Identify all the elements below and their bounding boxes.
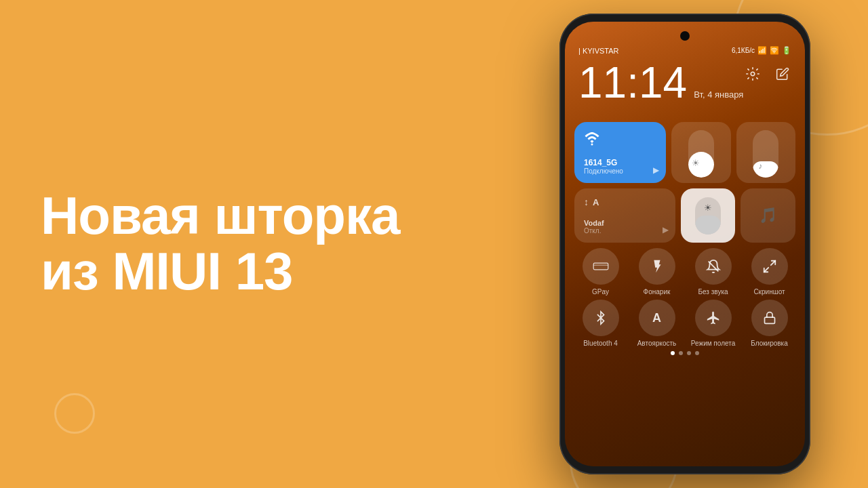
status-bar: | KYIVSTAR 6,1КБ/с 📶 🛜 🔋 (578, 46, 791, 55)
quick-tile-screenshot: Скриншот (743, 248, 795, 296)
dot-3 (687, 351, 691, 355)
auto-a-icon: A (652, 311, 661, 325)
time-display: 11:14 (578, 61, 687, 104)
volume-slider-container[interactable]: ♪ (736, 122, 795, 183)
speed-indicator: 6,1КБ/с (732, 47, 755, 54)
wifi-arrow: ▶ (653, 165, 659, 175)
dot-2 (679, 351, 683, 355)
left-section: Новая шторка из MIUI 13 (41, 0, 434, 488)
music-icon: 🎵 (759, 207, 777, 224)
quick-grid-row2: Bluetooth 4 A Автояркость (574, 300, 795, 347)
phone-screen: | KYIVSTAR 6,1КБ/с 📶 🛜 🔋 11:14 Вт, 4 янв… (565, 22, 805, 466)
row2: ↕ A Vodaf Откл. ▶ ☀ (574, 188, 795, 243)
quick-tile-silent: Без звука (687, 248, 739, 296)
main-title: Новая шторка из MIUI 13 (41, 188, 434, 300)
brightness-quick-slider[interactable]: ☀ (681, 188, 736, 243)
flashlight-btn[interactable] (639, 248, 675, 285)
quick-tile-auto-brightness: A Автояркость (631, 300, 683, 347)
quick-grid-row1: GPay Фонарик (574, 248, 795, 296)
svg-point-0 (751, 72, 755, 76)
screenshot-label: Скриншот (753, 288, 785, 296)
mobile-signal-icon: ↕ (584, 197, 589, 207)
brightness-track: ☀ (688, 130, 714, 178)
airplane-btn[interactable] (695, 300, 732, 336)
date-display: Вт, 4 января (694, 89, 743, 100)
svg-line-6 (764, 268, 768, 272)
auto-brightness-label: Автояркость (637, 340, 677, 347)
volume-track: ♪ (753, 130, 778, 178)
screenshot-btn[interactable] (751, 248, 788, 285)
mobile-status: Откл. (584, 227, 666, 235)
svg-rect-7 (764, 317, 774, 323)
gpay-label: GPay (592, 288, 609, 296)
quick-tile-gpay: GPay (574, 248, 627, 296)
volume-fill (753, 161, 778, 178)
settings-icon-btn[interactable] (743, 64, 763, 84)
signal-bars: 📶 (757, 46, 767, 55)
status-right: 6,1КБ/с 📶 🛜 🔋 (732, 46, 791, 55)
gpay-btn[interactable] (583, 248, 619, 285)
silent-btn[interactable] (695, 248, 732, 285)
mobile-letter: A (593, 197, 599, 207)
sun-icon: ☀ (704, 203, 712, 213)
quick-tile-lock: Блокировка (743, 300, 795, 347)
mobile-arrow: ▶ (663, 225, 669, 235)
dot-4 (695, 351, 699, 355)
wifi-name: 1614_5G (584, 158, 656, 167)
page-dots (574, 351, 795, 355)
bluetooth-btn[interactable] (583, 300, 619, 336)
lock-label: Блокировка (751, 340, 788, 347)
dot-1 (671, 351, 675, 355)
music-tile[interactable]: 🎵 (741, 188, 795, 243)
brightness-icon: ☀ (692, 158, 700, 168)
svg-point-1 (591, 144, 593, 146)
time-block: 11:14 Вт, 4 января (578, 61, 743, 104)
wifi-status: Подключено (584, 167, 656, 175)
lock-btn[interactable] (751, 300, 788, 336)
edit-icon-btn[interactable] (772, 64, 793, 84)
mobile-tile[interactable]: ↕ A Vodaf Откл. ▶ (574, 188, 675, 243)
wifi-icon (584, 130, 656, 150)
carrier-text: | KYIVSTAR (578, 47, 619, 55)
flashlight-label: Фонарик (644, 288, 671, 296)
quick-tile-bluetooth: Bluetooth 4 (574, 300, 627, 347)
wifi-status-icon: 🛜 (770, 46, 779, 55)
camera-cutout (680, 31, 690, 41)
battery-icon: 🔋 (782, 46, 791, 55)
airplane-label: Режим полета (691, 340, 735, 347)
quick-tile-airplane: Режим полета (687, 300, 739, 347)
quick-tile-flashlight: Фонарик (631, 248, 683, 296)
volume-icon: ♪ (758, 161, 762, 171)
row1: 1614_5G Подключено ▶ ☀ (574, 122, 795, 183)
top-icons (743, 64, 793, 84)
mobile-top: ↕ A (584, 197, 666, 207)
auto-brightness-btn[interactable]: A (639, 300, 675, 336)
phone-outer: | KYIVSTAR 6,1КБ/с 📶 🛜 🔋 11:14 Вт, 4 янв… (559, 14, 810, 474)
svg-line-5 (770, 261, 774, 265)
phone-wrapper: | KYIVSTAR 6,1КБ/с 📶 🛜 🔋 11:14 Вт, 4 янв… (542, 7, 827, 481)
brightness-slider-container[interactable]: ☀ (671, 122, 730, 183)
svg-rect-2 (593, 263, 608, 270)
control-panel: 1614_5G Подключено ▶ ☀ (574, 122, 795, 355)
silent-label: Без звука (698, 288, 728, 296)
bluetooth-label: Bluetooth 4 (583, 340, 618, 347)
mobile-name: Vodaf (584, 219, 666, 227)
wifi-tile[interactable]: 1614_5G Подключено ▶ (574, 122, 666, 183)
